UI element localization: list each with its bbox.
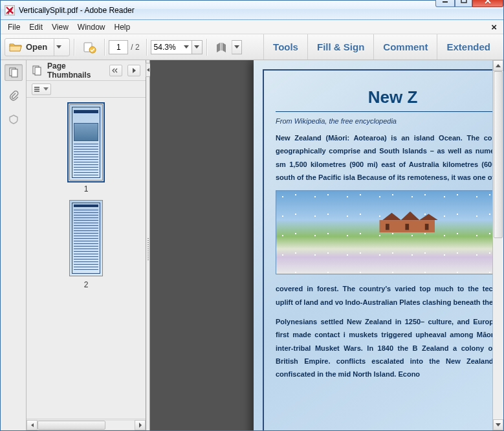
- svg-marker-15: [401, 212, 420, 220]
- building-illustration: [346, 209, 474, 234]
- svg-rect-5: [220, 43, 222, 50]
- attachments-tab[interactable]: [5, 87, 23, 104]
- svg-rect-19: [425, 224, 429, 230]
- app-window: VerticallySplit.pdf - Adobe Reader File …: [0, 0, 504, 431]
- comment-button[interactable]: Comment: [373, 34, 437, 60]
- adobe-reader-icon: [5, 5, 15, 16]
- scroll-track[interactable]: [493, 71, 503, 419]
- thumbnail-item[interactable]: 1: [69, 104, 103, 193]
- convert-icon: [82, 40, 96, 54]
- right-tools-group: Tools Fill & Sign Comment Extended: [263, 34, 499, 60]
- page-content: New Z From Wikipedia, the free encyclope…: [263, 69, 503, 430]
- signatures-tab[interactable]: [5, 111, 23, 127]
- svg-rect-1: [443, 1, 448, 3]
- minimize-button[interactable]: [435, 0, 455, 7]
- thumbnails-options-button[interactable]: [32, 83, 51, 95]
- thumbnail-label: 2: [84, 280, 89, 289]
- thumbnails-toolbar: [27, 81, 146, 98]
- document-paragraph: Polynesians settled New Zealand in 1250–…: [276, 315, 503, 381]
- thumbnails-close-button[interactable]: [127, 65, 140, 76]
- svg-rect-18: [405, 224, 409, 230]
- thumbnail-label: 1: [84, 184, 89, 193]
- vertical-scrollbar[interactable]: [492, 60, 503, 430]
- document-paragraph: covered in forest. The country's varied …: [276, 282, 503, 309]
- thumbnail-page-2[interactable]: [69, 200, 103, 276]
- chevron-down-icon: [184, 45, 189, 49]
- thumbnail-item[interactable]: 2: [69, 200, 103, 289]
- scroll-track[interactable]: [38, 420, 135, 430]
- content-area: Page Thumbnails 1: [1, 60, 503, 430]
- menu-window[interactable]: Window: [73, 21, 110, 33]
- menu-bar: File Edit View Window Help ×: [1, 20, 503, 34]
- svg-rect-17: [386, 224, 389, 230]
- svg-rect-7: [12, 69, 17, 77]
- title-bar: VerticallySplit.pdf - Adobe Reader: [1, 1, 503, 20]
- zoom-value-text: 54.3%: [154, 43, 176, 52]
- thumbnails-panel: Page Thumbnails 1: [27, 60, 146, 430]
- thumbnails-horizontal-scrollbar[interactable]: [27, 419, 146, 430]
- thumbnails-title: Page Thumbnails: [47, 61, 104, 80]
- scroll-right-button[interactable]: [135, 420, 146, 430]
- menu-view[interactable]: View: [47, 21, 73, 33]
- document-subtitle: From Wikipedia, the free encyclopedia: [276, 117, 503, 125]
- close-button[interactable]: [472, 0, 503, 7]
- close-document-button[interactable]: ×: [487, 21, 501, 32]
- tools-button[interactable]: Tools: [263, 34, 307, 60]
- toolbar-divider: [146, 39, 147, 56]
- menu-help[interactable]: Help: [110, 21, 135, 33]
- folder-open-icon: [9, 42, 22, 52]
- open-label: Open: [26, 42, 47, 52]
- window-title: VerticallySplit.pdf - Adobe Reader: [19, 6, 435, 15]
- scroll-thumb[interactable]: [38, 421, 105, 430]
- toolbar-divider: [104, 39, 105, 56]
- page-total-label: / 2: [131, 43, 139, 52]
- document-title: New Z: [276, 87, 503, 107]
- thumbnails-list[interactable]: 1 2: [27, 98, 146, 419]
- document-image: [276, 190, 503, 274]
- svg-marker-14: [382, 213, 401, 220]
- svg-rect-2: [461, 0, 466, 3]
- toolbar: Open / 2 54.3%: [1, 34, 503, 60]
- open-dropdown[interactable]: [54, 38, 63, 56]
- thumbnails-collapse-button[interactable]: [109, 65, 122, 76]
- convert-pdf-button[interactable]: [78, 38, 100, 56]
- document-paragraph: New Zealand (Māori: Aotearoa) is an isla…: [276, 131, 503, 184]
- scroll-up-button[interactable]: [493, 60, 503, 71]
- menu-file[interactable]: File: [3, 21, 25, 33]
- svg-rect-9: [35, 67, 41, 75]
- scroll-thumb[interactable]: [494, 71, 503, 238]
- document-page: New Z From Wikipedia, the free encyclope…: [254, 60, 503, 430]
- svg-rect-11: [34, 89, 39, 90]
- page-thumbnails-icon: [32, 65, 42, 76]
- menu-edit[interactable]: Edit: [25, 21, 47, 33]
- window-controls: [435, 0, 503, 7]
- zoom-dropdown-button[interactable]: [192, 40, 203, 54]
- scroll-left-button[interactable]: [27, 420, 38, 430]
- extended-button[interactable]: Extended: [437, 34, 499, 60]
- open-button[interactable]: Open: [5, 38, 70, 56]
- toolbar-divider: [206, 39, 207, 56]
- page-number-input[interactable]: [109, 40, 128, 54]
- scroll-down-button[interactable]: [493, 419, 503, 430]
- read-mode-button[interactable]: [211, 38, 232, 56]
- svg-rect-10: [34, 87, 39, 88]
- document-view[interactable]: Evaluation Warning : The document was cr…: [150, 60, 503, 430]
- thumbnail-page-1[interactable]: [69, 104, 103, 181]
- title-rule: [276, 111, 503, 112]
- toolbar-divider: [74, 39, 74, 56]
- navigation-icon-strip: [1, 60, 27, 430]
- zoom-value[interactable]: 54.3%: [151, 40, 192, 54]
- read-mode-dropdown[interactable]: [232, 40, 242, 54]
- svg-marker-16: [419, 214, 438, 221]
- maximize-button[interactable]: [455, 0, 472, 7]
- fill-sign-button[interactable]: Fill & Sign: [307, 34, 373, 60]
- svg-rect-12: [34, 91, 39, 92]
- thumbnails-header: Page Thumbnails: [27, 60, 146, 81]
- page-thumbnails-tab[interactable]: [5, 64, 23, 81]
